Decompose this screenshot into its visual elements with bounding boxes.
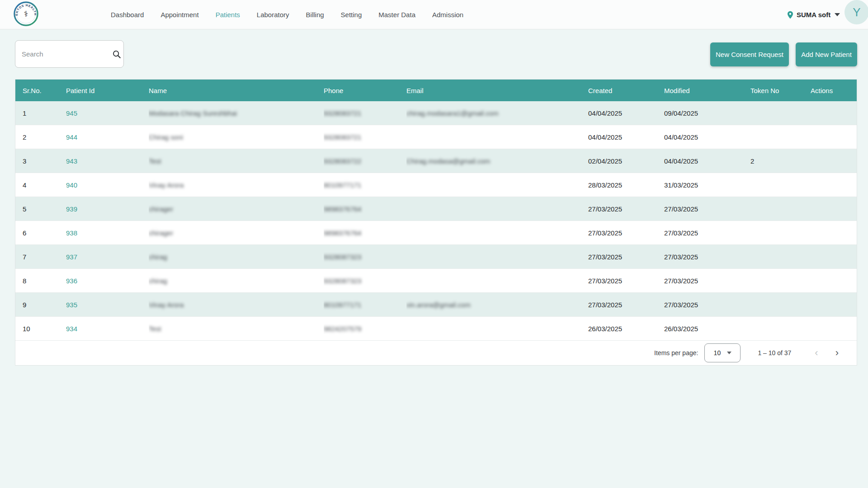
patient-id-link[interactable]: 936: [66, 277, 77, 285]
cell-patient-id: 934: [66, 317, 149, 340]
cell-email: [406, 269, 588, 292]
location-label: SUMA soft: [797, 11, 830, 19]
nav-item-master-data[interactable]: Master Data: [378, 11, 415, 19]
cell-phone-value: 9824207579: [324, 325, 361, 333]
cell-email: [406, 125, 588, 149]
previous-page-button[interactable]: ‹: [810, 346, 822, 360]
cell-modified-value: 04/04/2025: [664, 133, 698, 141]
cell-modified: 27/03/2025: [664, 221, 744, 244]
top-bar: EKTOS HEALTH · · · · · · · · · · · · · ·…: [0, 0, 868, 29]
location-pin-icon: [786, 10, 795, 19]
table-body: 1945Modasara Chirag Sureshbhai9328083721…: [15, 101, 857, 341]
table-row: 9935Vinay Arora8010977171vin.arora@gmail…: [15, 293, 857, 317]
cell-created-value: 27/03/2025: [588, 205, 622, 213]
table-header-row: Sr.No.Patient IdNamePhoneEmailCreatedMod…: [15, 80, 857, 101]
cell-token: [744, 221, 807, 244]
column-header-sr-no-: Sr.No.: [15, 80, 66, 101]
patient-id-link[interactable]: 945: [66, 109, 77, 117]
cell-modified: 09/04/2025: [664, 101, 744, 125]
table-row: 10934Test982420757926/03/202526/03/2025: [15, 317, 857, 341]
cell-sr-value: 6: [23, 229, 26, 237]
patient-id-link[interactable]: 937: [66, 253, 77, 261]
cell-name-value: chirager: [149, 205, 173, 213]
cell-patient-id: 938: [66, 221, 149, 244]
cell-created: 04/04/2025: [588, 125, 664, 149]
table-row: 1945Modasara Chirag Sureshbhai9328083721…: [15, 101, 857, 125]
cell-phone-value: 9328083721: [324, 133, 361, 141]
cell-patient-id: 935: [66, 293, 149, 316]
column-header-token-no: Token No: [744, 80, 807, 101]
cell-name-value: Test: [149, 325, 161, 333]
cell-created: 27/03/2025: [588, 269, 664, 292]
column-header-email: Email: [406, 80, 588, 101]
cell-sr-value: 10: [23, 325, 30, 333]
nav-item-admission[interactable]: Admission: [432, 11, 463, 19]
cell-phone: 9328087323: [324, 269, 406, 292]
search-icon[interactable]: [112, 49, 122, 59]
patient-id-link[interactable]: 935: [66, 301, 77, 309]
cell-actions: [807, 269, 858, 292]
cell-sr: 5: [15, 197, 66, 221]
cell-name-value: Chirag soni: [149, 133, 183, 141]
cell-email: [406, 317, 588, 340]
cell-phone: 9328087323: [324, 245, 406, 268]
cell-created: 27/03/2025: [588, 197, 664, 221]
cell-name: Modasara Chirag Sureshbhai: [149, 101, 324, 125]
patient-id-link[interactable]: 943: [66, 157, 77, 165]
cell-token: [744, 269, 807, 292]
cell-modified-value: 27/03/2025: [664, 205, 698, 213]
cell-modified: 31/03/2025: [664, 173, 744, 197]
patient-id-link[interactable]: 939: [66, 205, 77, 213]
cell-created-value: 27/03/2025: [588, 277, 622, 285]
cell-name: Chirag soni: [149, 125, 324, 149]
cell-email-value: vin.arora@gmail.com: [406, 301, 471, 309]
patient-id-link[interactable]: 938: [66, 229, 77, 237]
cell-name-value: chirager: [149, 229, 173, 237]
nav-item-patients[interactable]: Patients: [216, 11, 240, 19]
cell-sr-value: 1: [23, 109, 26, 117]
cell-patient-id: 945: [66, 101, 149, 125]
new-consent-request-button[interactable]: New Consent Request: [710, 42, 789, 66]
cell-modified-value: 31/03/2025: [664, 181, 698, 189]
location-switcher[interactable]: SUMA soft: [786, 0, 840, 29]
cell-token: [744, 245, 807, 268]
table-row: 8936chirag932808732327/03/202527/03/2025: [15, 269, 857, 293]
cell-sr-value: 5: [23, 205, 26, 213]
logo-icon: EKTOS HEALTH · · · · · · · · · · · · · ·…: [14, 1, 38, 26]
nav-item-laboratory[interactable]: Laboratory: [257, 11, 289, 19]
main-nav: DashboardAppointmentPatientsLaboratoryBi…: [111, 0, 463, 29]
cell-created-value: 04/04/2025: [588, 109, 622, 117]
cell-actions: [807, 221, 858, 244]
cell-created: 27/03/2025: [588, 293, 664, 316]
cell-phone: 9328083721: [324, 101, 406, 125]
page-size-select[interactable]: 10: [704, 343, 741, 362]
search-input[interactable]: [22, 50, 112, 58]
cell-created-value: 04/04/2025: [588, 133, 622, 141]
patient-id-link[interactable]: 940: [66, 181, 77, 189]
add-new-patient-button[interactable]: Add New Patient: [796, 42, 857, 66]
cell-name: chirag: [149, 269, 324, 292]
cell-modified: 27/03/2025: [664, 269, 744, 292]
cell-created: 02/04/2025: [588, 149, 664, 173]
column-header-created: Created: [588, 80, 664, 101]
cell-sr-value: 8: [23, 277, 26, 285]
cell-created-value: 26/03/2025: [588, 325, 622, 333]
column-header-actions: Actions: [807, 80, 858, 101]
cell-patient-id: 936: [66, 269, 149, 292]
cell-created: 27/03/2025: [588, 245, 664, 268]
patient-id-link[interactable]: 934: [66, 325, 77, 333]
cell-sr-value: 2: [23, 133, 26, 141]
nav-item-appointment[interactable]: Appointment: [160, 11, 198, 19]
cell-modified-value: 27/03/2025: [664, 301, 698, 309]
page-size-value: 10: [714, 349, 721, 357]
cell-actions: [807, 101, 858, 125]
avatar[interactable]: Y: [844, 0, 868, 24]
cell-sr-value: 9: [23, 301, 26, 309]
nav-item-setting[interactable]: Setting: [341, 11, 362, 19]
nav-item-billing[interactable]: Billing: [306, 11, 324, 19]
patient-id-link[interactable]: 944: [66, 133, 77, 141]
next-page-button[interactable]: ›: [831, 346, 843, 360]
cell-name-value: Vinay Arora: [149, 181, 184, 189]
cell-name: Test: [149, 149, 324, 173]
nav-item-dashboard[interactable]: Dashboard: [111, 11, 144, 19]
